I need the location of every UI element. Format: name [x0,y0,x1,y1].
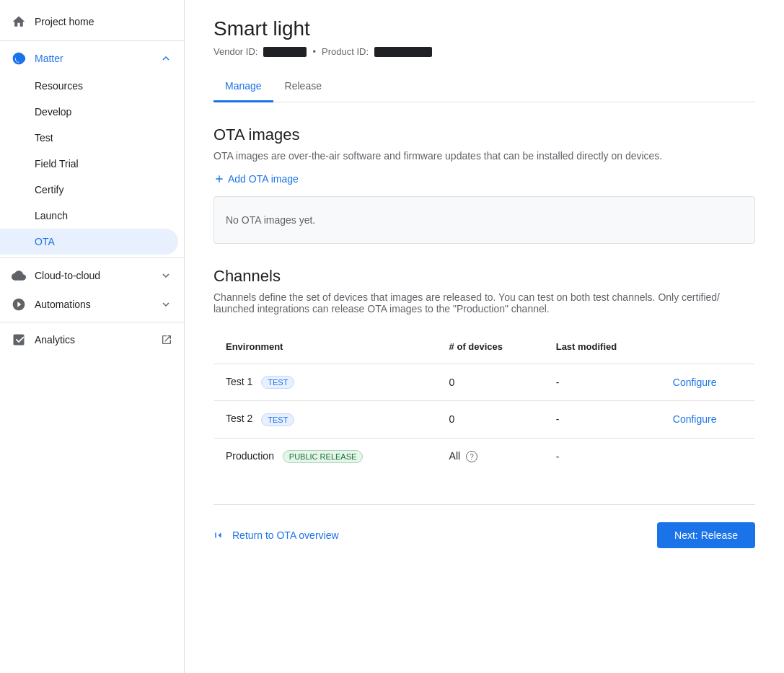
matter-sub-items: Resources Develop Test Field Trial Certi… [0,73,184,255]
page-title: Smart light [213,17,755,40]
modified-test2: - [545,401,661,438]
sidebar-divider-3 [0,322,184,322]
sidebar-divider-2 [0,258,184,258]
analytics-label: Analytics [35,334,75,346]
ota-images-description: OTA images are over-the-air software and… [213,150,755,162]
tabs: Manage Release [213,71,755,102]
footer: Return to OTA overview Next: Release [213,504,755,548]
actions-production [661,438,755,475]
sidebar-matter-section: Matter Resources Develop Test Field Tria… [0,44,184,255]
main-content: Smart light Vendor ID: • Product ID: Man… [185,0,784,673]
sidebar-item-ota[interactable]: OTA [0,229,178,255]
matter-chevron-icon [159,52,172,65]
sidebar-matter-header[interactable]: Matter [0,44,184,73]
col-actions [661,330,755,364]
configure-test1-button[interactable]: Configure [673,377,717,388]
badge-production: PUBLIC RELEASE [283,450,364,463]
matter-icon [12,51,26,66]
analytics-icon [12,333,26,347]
tab-release[interactable]: Release [273,71,333,102]
vendor-id-value [263,47,307,57]
empty-message: No OTA images yet. [226,214,315,226]
sidebar-divider [0,40,184,41]
next-release-button[interactable]: Next: Release [657,522,755,548]
matter-label: Matter [35,53,63,64]
modified-production: - [545,438,661,475]
automations-label: Automations [35,299,91,310]
channels-description: Channels define the set of devices that … [213,291,755,314]
ota-images-empty: No OTA images yet. [213,196,755,244]
actions-test2: Configure [661,401,755,438]
table-row: Test 2 TEST 0 - Configure [214,401,755,438]
devices-production: All ? [438,438,545,475]
plus-icon [213,173,225,185]
return-to-ota-button[interactable]: Return to OTA overview [213,529,339,542]
env-test2: Test 2 TEST [214,401,438,438]
sidebar-item-field-trial[interactable]: Field Trial [0,151,178,177]
sidebar-analytics[interactable]: Analytics [0,325,184,354]
automations-icon [12,297,26,312]
sidebar: Project home Matter Resources Develop Te… [0,0,185,673]
return-icon [213,529,226,542]
sidebar-project-home[interactable]: Project home [0,6,184,38]
add-ota-label: Add OTA image [228,173,299,185]
sidebar-item-test[interactable]: Test [0,125,178,151]
cloud-chevron-icon [159,269,172,282]
col-last-modified: Last modified [545,330,661,364]
configure-test2-button[interactable]: Configure [673,413,717,425]
env-production: Production PUBLIC RELEASE [214,438,438,475]
info-icon[interactable]: ? [466,451,477,462]
return-label: Return to OTA overview [232,529,339,541]
product-id-value [374,47,432,57]
sidebar-item-certify[interactable]: Certify [0,177,178,203]
badge-test1: TEST [261,376,294,389]
ota-images-section: OTA images OTA images are over-the-air s… [213,126,755,244]
col-num-devices: # of devices [438,330,545,364]
project-home-label: Project home [35,16,94,27]
sidebar-item-launch[interactable]: Launch [0,203,178,229]
table-row: Test 1 TEST 0 - Configure [214,364,755,401]
svg-rect-0 [215,532,216,538]
product-label: Product ID: [322,46,369,57]
cloud-icon [12,268,26,283]
cloud-to-cloud-label: Cloud-to-cloud [35,270,100,281]
meta-separator: • [312,46,316,57]
automations-chevron-icon [159,298,172,311]
devices-test1: 0 [438,364,545,401]
add-ota-image-button[interactable]: Add OTA image [213,173,299,185]
sidebar-item-resources[interactable]: Resources [0,73,178,99]
badge-test2: TEST [261,413,294,426]
tab-manage[interactable]: Manage [213,71,273,102]
modified-test1: - [545,364,661,401]
actions-test1: Configure [661,364,755,401]
meta-row: Vendor ID: • Product ID: [213,46,755,57]
col-environment: Environment [214,330,438,364]
channels-title: Channels [213,267,755,286]
vendor-label: Vendor ID: [213,46,257,57]
sidebar-cloud-to-cloud[interactable]: Cloud-to-cloud [0,261,184,290]
sidebar-item-develop[interactable]: Develop [0,99,178,125]
channels-table: Environment # of devices Last modified T… [213,329,755,475]
ota-images-title: OTA images [213,126,755,144]
home-icon [12,14,26,29]
sidebar-automations[interactable]: Automations [0,290,184,319]
table-row: Production PUBLIC RELEASE All ? - [214,438,755,475]
channels-section: Channels Channels define the set of devi… [213,267,755,475]
external-link-icon [161,334,172,346]
env-test1: Test 1 TEST [214,364,438,401]
devices-test2: 0 [438,401,545,438]
